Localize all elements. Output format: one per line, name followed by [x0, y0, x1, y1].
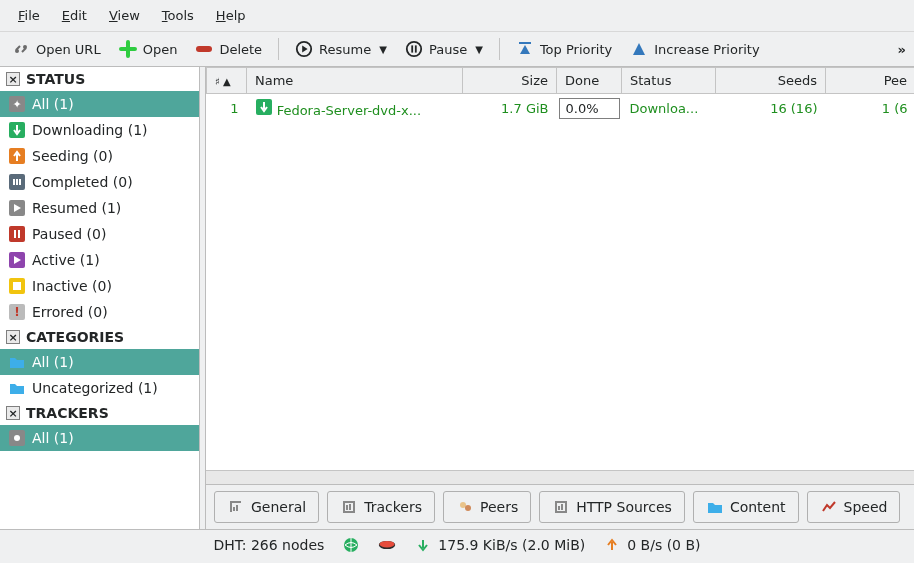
svg-point-33 [460, 502, 466, 508]
tab-peers[interactable]: Peers [443, 491, 531, 523]
sidebar-group-header[interactable]: ×TRACKERS [0, 401, 199, 425]
sidebar-item[interactable]: Resumed (1) [0, 195, 199, 221]
toolbar-separator [278, 38, 279, 60]
status-dht[interactable]: DHT: 266 nodes [213, 537, 324, 553]
svg-rect-37 [561, 504, 563, 510]
main-area: ×STATUS✦All (1)Downloading (1)Seeding (0… [0, 67, 914, 529]
collapse-icon[interactable]: × [6, 406, 20, 420]
pause-icon [8, 225, 26, 243]
cell-done: 0.0% [557, 94, 622, 123]
svg-rect-22 [13, 282, 21, 290]
svg-point-1 [23, 45, 27, 49]
menu-view[interactable]: View [99, 4, 150, 27]
column-header[interactable]: Seeds [716, 68, 826, 94]
sidebar-item[interactable]: Inactive (0) [0, 273, 199, 299]
collapse-icon[interactable]: × [6, 330, 20, 344]
chevron-down-icon[interactable]: ▼ [379, 44, 387, 55]
torrent-table-wrapper: ♯ ▲NameSizeDoneStatusSeedsPee 1 Fedora-S… [206, 67, 914, 470]
top-priority-icon [516, 40, 534, 58]
column-header[interactable]: Name [247, 68, 463, 94]
increase-priority-button[interactable]: Increase Priority [626, 38, 763, 60]
menu-file[interactable]: File [8, 4, 50, 27]
inactive-icon [8, 277, 26, 295]
group-title: CATEGORIES [26, 329, 124, 345]
resume-icon [8, 199, 26, 217]
toolbar-overflow[interactable]: » [898, 42, 906, 57]
table-row[interactable]: 1 Fedora-Server-dvd-x...1.7 GiB0.0%Downl… [207, 94, 915, 123]
tab-label: Peers [480, 499, 518, 515]
tab-general[interactable]: General [214, 491, 319, 523]
sidebar-item[interactable]: Completed (0) [0, 169, 199, 195]
download-icon [8, 121, 26, 139]
link-icon [12, 40, 30, 58]
svg-rect-5 [411, 45, 413, 52]
sidebar-item-label: Active (1) [32, 252, 100, 268]
sidebar-item[interactable]: All (1) [0, 425, 199, 451]
status-disk[interactable] [378, 536, 396, 554]
svg-point-4 [407, 42, 421, 56]
tab-http-sources[interactable]: HTTP Sources [539, 491, 685, 523]
column-header[interactable]: Pee [826, 68, 915, 94]
menu-tools[interactable]: Tools [152, 4, 204, 27]
horizontal-scrollbar[interactable] [206, 470, 914, 484]
status-globe[interactable] [342, 536, 360, 554]
svg-point-34 [465, 505, 471, 511]
sidebar-item[interactable]: Seeding (0) [0, 143, 199, 169]
open-button[interactable]: Open [115, 38, 182, 60]
tab-icon [552, 498, 570, 516]
open-url-button[interactable]: Open URL [8, 38, 105, 60]
status-upload-speed[interactable]: 0 B/s (0 B) [603, 536, 700, 554]
top-priority-button[interactable]: Top Priority [512, 38, 616, 60]
sidebar-item[interactable]: ✦All (1) [0, 91, 199, 117]
column-header[interactable]: ♯ ▲ [207, 68, 247, 94]
sidebar-group-header[interactable]: ×STATUS [0, 67, 199, 91]
sidebar-item-label: All (1) [32, 96, 74, 112]
column-header[interactable]: Status [622, 68, 716, 94]
delete-button[interactable]: Delete [191, 38, 266, 60]
svg-rect-36 [558, 506, 560, 510]
pause-icon [405, 40, 423, 58]
statusbar: DHT: 266 nodes 175.9 KiB/s (2.0 MiB) 0 B… [0, 529, 914, 560]
chevron-down-icon[interactable]: ▼ [475, 44, 483, 55]
sidebar-item-label: Inactive (0) [32, 278, 112, 294]
column-header[interactable]: Done [557, 68, 622, 94]
sidebar-item-label: All (1) [32, 430, 74, 446]
up-arrow-icon [603, 536, 621, 554]
torrent-table: ♯ ▲NameSizeDoneStatusSeedsPee 1 Fedora-S… [206, 67, 914, 122]
sidebar-item[interactable]: Downloading (1) [0, 117, 199, 143]
sidebar-item[interactable]: Active (1) [0, 247, 199, 273]
sidebar: ×STATUS✦All (1)Downloading (1)Seeding (0… [0, 67, 200, 529]
sidebar-item-label: Resumed (1) [32, 200, 121, 216]
sidebar-item[interactable]: Uncategorized (1) [0, 375, 199, 401]
menu-edit[interactable]: Edit [52, 4, 97, 27]
svg-point-40 [380, 541, 395, 548]
status-download-speed[interactable]: 175.9 KiB/s (2.0 MiB) [414, 536, 585, 554]
cell-peers: 1 (6 [826, 94, 915, 123]
column-header[interactable]: Size [463, 68, 557, 94]
svg-text:✦: ✦ [12, 98, 21, 111]
tab-icon [227, 498, 245, 516]
active-icon [8, 251, 26, 269]
svg-rect-19 [18, 230, 20, 238]
sidebar-item[interactable]: All (1) [0, 349, 199, 375]
delete-label: Delete [219, 42, 262, 57]
pause-button[interactable]: Pause▼ [401, 38, 487, 60]
tab-speed[interactable]: Speed [807, 491, 901, 523]
collapse-icon[interactable]: × [6, 72, 20, 86]
sidebar-item[interactable]: !Errored (0) [0, 299, 199, 325]
tab-icon [456, 498, 474, 516]
tab-trackers[interactable]: Trackers [327, 491, 435, 523]
toolbar: Open URL Open Delete Resume▼ Pause▼ Top … [0, 32, 914, 67]
sidebar-item-label: Completed (0) [32, 174, 133, 190]
top-priority-label: Top Priority [540, 42, 612, 57]
increase-priority-icon [630, 40, 648, 58]
menu-help[interactable]: Help [206, 4, 256, 27]
resume-button[interactable]: Resume▼ [291, 38, 391, 60]
sidebar-item[interactable]: Paused (0) [0, 221, 199, 247]
tab-content[interactable]: Content [693, 491, 799, 523]
download-icon [255, 98, 273, 116]
svg-point-26 [14, 435, 20, 441]
sidebar-group-header[interactable]: ×CATEGORIES [0, 325, 199, 349]
cell-status: Downloa... [622, 94, 716, 123]
svg-rect-28 [233, 507, 235, 511]
